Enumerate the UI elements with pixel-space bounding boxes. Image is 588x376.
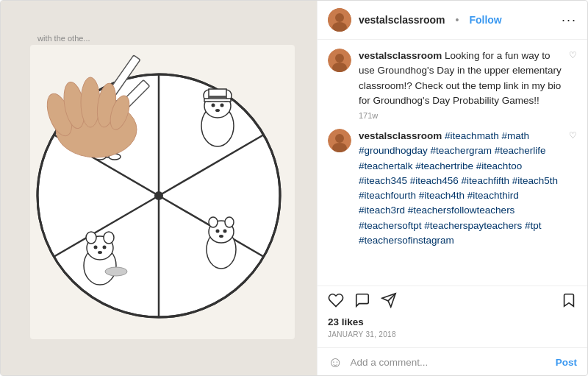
like-icon[interactable] — [328, 292, 344, 312]
caption-avatar[interactable] — [328, 49, 351, 72]
header-dot: • — [456, 14, 459, 26]
svg-point-40 — [86, 232, 96, 244]
caption-heart-icon[interactable]: ♡ — [569, 50, 577, 60]
svg-point-34 — [225, 217, 234, 227]
comment-icon[interactable] — [354, 292, 370, 312]
hashtag-row: vestalsclassroom #iteachmath #math #grou… — [328, 129, 577, 248]
svg-point-55 — [81, 77, 100, 127]
add-comment-row: ☺ Post — [318, 347, 587, 376]
svg-point-61 — [335, 13, 344, 22]
svg-point-33 — [209, 217, 218, 227]
hashtag-body: vestalsclassroom #iteachmath #math #grou… — [359, 129, 562, 248]
caption-body: vestalsclassroom Looking for a fun way t… — [359, 49, 562, 120]
post-header: vestalsclassroom • Follow ··· — [318, 1, 587, 40]
post-date: January 31, 2018 — [328, 330, 577, 338]
svg-rect-29 — [204, 99, 231, 102]
post-comment-button[interactable]: Post — [556, 357, 577, 368]
svg-point-35 — [216, 230, 220, 233]
svg-point-67 — [335, 134, 344, 143]
comment-input[interactable] — [350, 357, 548, 368]
comments-area: vestalsclassroom Looking for a fun way t… — [318, 40, 587, 285]
svg-point-36 — [223, 230, 227, 233]
hashtag-heart-icon[interactable]: ♡ — [569, 130, 577, 141]
post-image: with the othe... — [1, 1, 317, 376]
bookmark-icon[interactable] — [561, 292, 577, 312]
svg-point-45 — [105, 267, 127, 276]
more-options-button[interactable]: ··· — [562, 13, 577, 28]
share-icon[interactable] — [381, 292, 397, 312]
svg-point-37 — [219, 235, 223, 238]
emoji-button[interactable]: ☺ — [328, 354, 343, 371]
svg-text:with the othe...: with the othe... — [37, 34, 90, 43]
svg-point-64 — [335, 54, 344, 63]
svg-point-27 — [215, 109, 220, 112]
likes-count: 23 likes — [328, 316, 577, 327]
svg-point-58 — [154, 191, 163, 200]
caption-text: vestalsclassroom Looking for a fun way t… — [359, 49, 562, 108]
svg-point-41 — [104, 232, 114, 244]
follow-button[interactable]: Follow — [469, 14, 501, 26]
hashtag-avatar[interactable] — [328, 129, 351, 152]
svg-point-25 — [212, 104, 215, 107]
actions-bar: 23 likes January 31, 2018 — [318, 285, 587, 347]
svg-rect-30 — [209, 96, 226, 98]
hashtag-username[interactable]: vestalsclassroom — [359, 130, 442, 141]
svg-point-26 — [220, 104, 224, 107]
svg-point-43 — [103, 246, 107, 249]
svg-point-42 — [94, 246, 98, 249]
caption-username[interactable]: vestalsclassroom — [359, 50, 442, 61]
svg-point-44 — [98, 251, 102, 254]
hashtag-text: vestalsclassroom #iteachmath #math #grou… — [359, 129, 562, 248]
caption-time: 171w — [359, 111, 562, 120]
profile-avatar[interactable] — [328, 8, 351, 32]
hashtag-content: #iteachmath #math #groundhogday #teacher… — [359, 130, 558, 246]
content-panel: vestalsclassroom • Follow ··· vestalscla… — [317, 1, 587, 376]
caption-row: vestalsclassroom Looking for a fun way t… — [328, 49, 577, 120]
action-icons-row — [328, 292, 577, 312]
header-username[interactable]: vestalsclassroom — [359, 14, 445, 26]
